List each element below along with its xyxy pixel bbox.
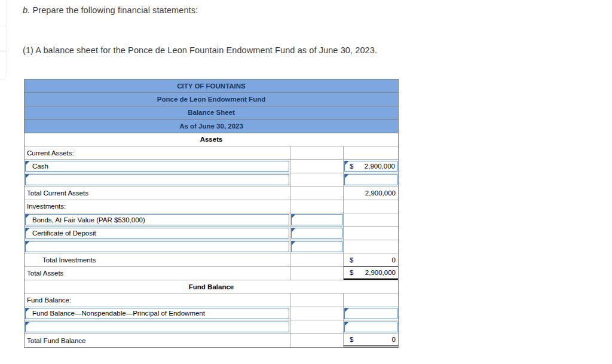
answer-marker-icon [292,241,295,245]
blank-amount-input[interactable] [344,174,397,185]
answer-marker-icon [345,175,348,178]
total-assets-label: Total Assets [25,270,63,277]
answer-marker-icon [26,322,29,326]
answer-marker-icon [345,322,348,326]
blank-amount-input[interactable] [291,241,342,252]
row-fund-balance-heading: Fund Balance: [25,293,398,307]
fb-nonspendable-account-input[interactable]: Fund Balance—Nonspendable—Principal of E… [25,308,289,319]
total-investments-amount: $ 0 [344,253,398,266]
blank-account-input[interactable] [25,241,289,252]
cod-account-label: Certificate of Deposit [32,230,96,237]
blank-account-input[interactable] [25,322,289,332]
statement-date: As of June 30, 2023 [179,123,243,130]
answer-marker-icon [292,215,295,218]
fund-balance-heading: Fund Balance: [25,296,71,304]
cash-account-label: Cash [32,163,48,170]
bonds-account-label: Bonds, At Fair Value (PAR $530,000) [32,216,145,224]
fb-nonspendable-label: Fund Balance—Nonspendable—Principal of E… [32,310,205,317]
instruction-item-b: b. Prepare the following financial state… [23,5,198,15]
assets-section-label: Assets [200,136,223,143]
row-investments-blank [25,240,398,253]
entity-title: CITY OF FOUNTAINS [177,82,246,90]
answer-marker-icon [26,241,29,245]
left-panel-edge [0,0,7,79]
currency-symbol: $ [350,256,353,264]
cash-account-input[interactable]: Cash [25,161,289,172]
row-current-assets-blank [25,173,398,186]
fund-balance-section-label: Fund Balance [189,283,234,290]
bonds-amount-input[interactable] [291,214,342,225]
answer-marker-icon [26,308,29,312]
row-total-fund-balance: Total Fund Balance $ 0 [25,334,398,347]
row-total-assets: Total Assets $ 2,900,000 [25,267,398,280]
cod-amount-input[interactable] [291,228,342,238]
current-assets-heading: Current Assets: [25,149,74,157]
answer-marker-icon [345,161,348,165]
answer-marker-icon [26,228,29,232]
answer-marker-icon [345,308,348,312]
total-current-assets-amount: 2,900,000 [344,186,398,199]
instruction-1-text: (1) A balance sheet for the Ponce de Leo… [23,45,377,55]
answer-marker-icon [26,161,29,165]
blank-amount-input[interactable] [344,322,397,332]
statement-title-row-entity: CITY OF FOUNTAINS [25,79,398,93]
row-total-investments: Total Investments $ 0 [25,253,398,267]
bonds-account-input[interactable]: Bonds, At Fair Value (PAR $530,000) [25,214,289,225]
row-current-assets-heading: Current Assets: [25,146,398,160]
row-total-current-assets: Total Current Assets 2,900,000 [25,186,398,200]
investments-heading: Investments: [25,203,66,210]
instruction-b-prefix: b. [23,5,30,15]
answer-marker-icon [26,215,29,218]
row-bonds: Bonds, At Fair Value (PAR $530,000) [25,213,398,227]
currency-symbol: $ [350,163,353,170]
row-certificate-of-deposit: Certificate of Deposit [25,227,398,240]
statement-name: Balance Sheet [188,109,235,116]
total-fund-balance-label: Total Fund Balance [25,337,85,344]
answer-marker-icon [26,175,29,178]
cash-amount-input[interactable]: $ 2,900,000 [344,161,397,172]
statement-title-row-name: Balance Sheet [25,106,398,120]
row-fund-balance-blank [25,320,398,334]
total-assets-amount: $ 2,900,000 [344,267,398,279]
fb-nonspendable-amount-input[interactable] [344,308,397,319]
blank-account-input[interactable] [25,174,289,185]
instruction-item-1: (1) A balance sheet for the Ponce de Leo… [23,45,377,55]
panel-divider [0,51,7,52]
panel-divider [0,26,7,26]
currency-symbol: $ [350,269,353,276]
row-fb-nonspendable: Fund Balance—Nonspendable—Principal of E… [25,307,398,320]
row-investments-heading: Investments: [25,200,398,213]
answer-marker-icon [292,228,295,232]
row-cash: Cash $ 2,900,000 [25,160,398,173]
fund-balance-section-header: Fund Balance [25,280,398,293]
total-current-assets-label: Total Current Assets [25,189,88,197]
statement-title-row-fund: Ponce de Leon Endowment Fund [25,93,398,106]
fund-title: Ponce de Leon Endowment Fund [157,96,265,103]
cash-amount-value: 2,900,000 [365,163,395,170]
total-investments-label: Total Investments [25,256,96,264]
statement-title-row-date: As of June 30, 2023 [25,120,398,133]
currency-symbol: $ [350,336,353,343]
cod-account-input[interactable]: Certificate of Deposit [25,228,289,238]
instruction-b-text: Prepare the following financial statemen… [32,5,198,15]
assets-section-header: Assets [25,133,398,146]
balance-sheet-table: CITY OF FOUNTAINS Ponce de Leon Endowmen… [24,79,399,348]
total-fund-balance-amount: $ 0 [344,334,398,347]
